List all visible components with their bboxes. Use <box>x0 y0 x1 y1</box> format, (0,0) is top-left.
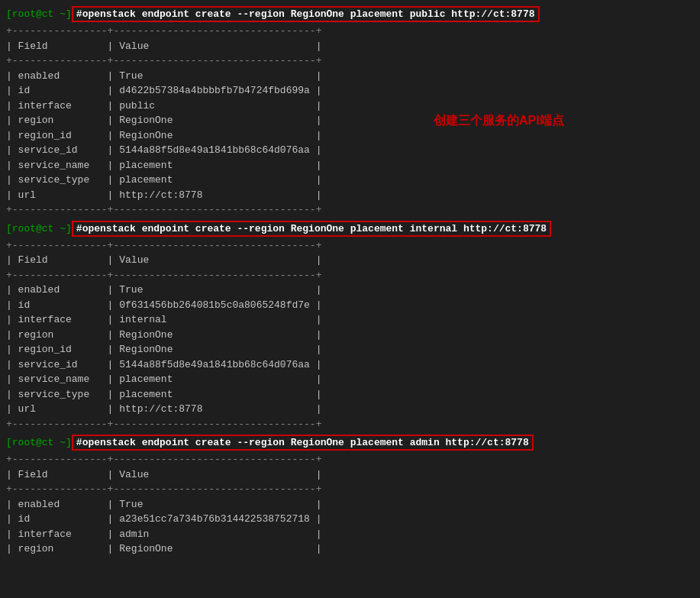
row-service-name-public: | service_name | placement | <box>6 158 694 173</box>
header-internal: | Field | Value | <box>6 253 694 268</box>
row-region-internal: | region | RegionOne | <box>6 328 694 343</box>
sep-top-internal: +----------------+----------------------… <box>6 238 694 254</box>
section-internal: [root@ct ~]#openstack endpoint create --… <box>6 221 694 432</box>
command-box-admin: #openstack endpoint create --region Regi… <box>72 435 534 451</box>
prompt-internal: [root@ct ~] <box>6 223 72 234</box>
row-region-id-public: | region_id | RegionOne | <box>6 128 694 144</box>
sep-mid-public: +----------------+----------------------… <box>6 53 694 69</box>
command-box-public: #openstack endpoint create --region Regi… <box>72 6 540 22</box>
row-region-public: | region | RegionOne | <box>6 113 694 128</box>
terminal-window: 创建三个服务的API端点 [root@ct ~]#openstack endpo… <box>6 6 694 557</box>
table-admin: +----------------+----------------------… <box>6 452 694 557</box>
row-region-admin: | region | RegionOne | <box>6 541 694 557</box>
sep-top-public: +----------------+----------------------… <box>6 24 694 39</box>
row-service-type-internal: | service_type | placement | <box>6 387 694 402</box>
header-admin: | Field | Value | <box>6 467 694 483</box>
row-region-id-internal: | region_id | RegionOne | <box>6 342 694 357</box>
command-text-internal: #openstack endpoint create --region Regi… <box>76 223 547 234</box>
table-internal: +----------------+----------------------… <box>6 238 694 432</box>
row-service-id-public: | service_id | 5144a88f5d8e49a1841bb68c6… <box>6 143 694 158</box>
sep-bot-internal: +----------------+----------------------… <box>6 417 694 432</box>
row-id-admin: | id | a23e51cc7a734b76b314422538752718 … <box>6 512 694 527</box>
row-enabled-admin: | enabled | True | <box>6 497 694 512</box>
row-enabled-internal: | enabled | True | <box>6 283 694 298</box>
row-interface-public: | interface | public | <box>6 99 694 114</box>
annotation-text: 创建三个服务的API端点 <box>434 113 564 129</box>
row-url-public: | url | http://ct:8778 | <box>6 188 694 203</box>
row-id-internal: | id | 0f631456bb264081b5c0a8065248fd7e … <box>6 298 694 313</box>
header-public: | Field | Value | <box>6 39 694 54</box>
sep-mid-internal: +----------------+----------------------… <box>6 268 694 283</box>
row-url-internal: | url | http://ct:8778 | <box>6 402 694 417</box>
command-text-public: #openstack endpoint create --region Regi… <box>76 8 535 20</box>
sep-bot-public: +----------------+----------------------… <box>6 202 694 218</box>
row-service-name-internal: | service_name | placement | <box>6 372 694 387</box>
command-line-public: [root@ct ~]#openstack endpoint create --… <box>6 6 694 22</box>
command-line-admin: [root@ct ~]#openstack endpoint create --… <box>6 435 694 451</box>
sep-top-admin: +----------------+----------------------… <box>6 452 694 467</box>
prompt-public: [root@ct ~] <box>6 8 72 20</box>
table-public: +----------------+----------------------… <box>6 24 694 218</box>
prompt-admin: [root@ct ~] <box>6 437 72 448</box>
command-box-internal: #openstack endpoint create --region Regi… <box>72 221 551 237</box>
section-public: [root@ct ~]#openstack endpoint create --… <box>6 6 694 218</box>
row-service-id-internal: | service_id | 5144a88f5d8e49a1841bb68c6… <box>6 357 694 373</box>
row-interface-admin: | interface | admin | <box>6 527 694 542</box>
row-id-public: | id | d4622b57384a4bbbbfb7b4724fbd699a … <box>6 83 694 99</box>
command-text-admin: #openstack endpoint create --region Regi… <box>76 437 529 448</box>
row-service-type-public: | service_type | placement | <box>6 173 694 188</box>
section-admin: [root@ct ~]#openstack endpoint create --… <box>6 435 694 557</box>
row-enabled-public: | enabled | True | <box>6 69 694 84</box>
command-line-internal: [root@ct ~]#openstack endpoint create --… <box>6 221 694 237</box>
row-interface-internal: | interface | internal | <box>6 312 694 328</box>
sep-mid-admin: +----------------+----------------------… <box>6 482 694 497</box>
